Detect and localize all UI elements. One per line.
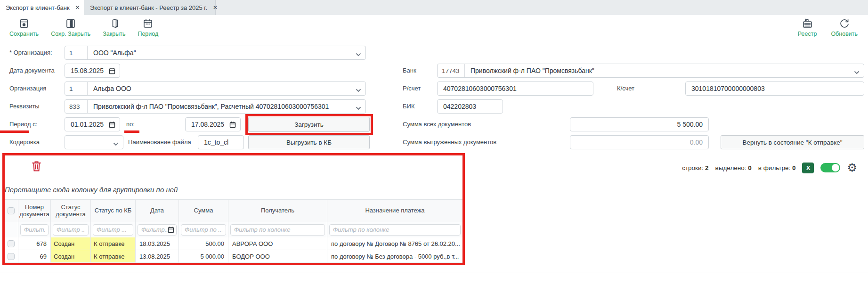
cell-sum: 500.00: [179, 237, 228, 250]
bank-combobox[interactable]: 17743 Приволжский ф-л ПАО "Промсвязьбанк…: [437, 64, 864, 78]
calendar-icon[interactable]: [109, 67, 115, 76]
cell-date: 13.08.2025: [136, 250, 179, 263]
save-button[interactable]: Сохранить: [9, 18, 39, 37]
calendar-icon[interactable]: [229, 121, 236, 130]
cell-sum: 5 000.00: [179, 250, 228, 263]
account-input[interactable]: 40702810603000756301: [437, 81, 593, 96]
sum-unloaded-label: Сумма выгруженных документов: [403, 135, 496, 149]
save-close-icon: [65, 18, 76, 29]
documents-table: Номер документа Статус документа Статус …: [4, 199, 462, 263]
tab-label: Экспорт в клиент-банк: [6, 4, 70, 11]
register-icon: [801, 18, 813, 29]
calendar-icon[interactable]: [168, 226, 174, 235]
column-header-sum[interactable]: Сумма: [179, 200, 228, 222]
encoding-select[interactable]: [65, 135, 123, 149]
corr-account-input[interactable]: 30101810700000000803: [685, 81, 864, 96]
grid-status-bar: строки: 2 выделено: 0 в фильтре: 0 X ⚙: [682, 162, 857, 173]
toggle-knob: [832, 164, 839, 171]
register-button[interactable]: Реестр: [798, 18, 817, 37]
filter-number-input[interactable]: [20, 224, 49, 236]
column-header-date[interactable]: Дата: [136, 200, 179, 222]
toolbar-right-group: Реестр Обновить: [798, 18, 858, 37]
cell-recipient: БОДОР ООО: [228, 250, 327, 263]
bik-input[interactable]: 042202803: [437, 99, 503, 114]
tab-export-client-bank[interactable]: Экспорт в клиент-банк ✕: [0, 0, 84, 15]
chevron-down-icon[interactable]: [356, 104, 361, 112]
sum-unloaded-input[interactable]: 0.00: [570, 135, 709, 149]
tab-export-register-2025[interactable]: Экспорт в клиент-банк - Реестр за 2025 г…: [84, 0, 216, 15]
org-combobox[interactable]: 1 ООО "Альфа": [65, 46, 366, 60]
org2-combobox[interactable]: 1 Альфа ООО: [65, 81, 366, 96]
sum-all-label: Сумма всех документов: [403, 117, 471, 131]
refresh-icon: [839, 18, 850, 29]
cell-kb-status: К отправке: [91, 237, 136, 250]
org2-value: Альфа ООО: [88, 85, 365, 92]
filter-sum-input[interactable]: [181, 224, 226, 236]
org2-label: Организация: [9, 81, 46, 96]
org-value: ООО "Альфа": [88, 49, 365, 57]
table-header-row: Номер документа Статус документа Статус …: [4, 200, 462, 222]
column-header-status[interactable]: Статус документа: [51, 200, 91, 222]
filtered-count: в фильтре: 0: [758, 164, 796, 171]
gear-icon[interactable]: ⚙: [847, 162, 857, 173]
account-label: Р/счет: [403, 81, 421, 96]
return-to-send-state-button[interactable]: Вернуть в состояние "К отправке": [721, 135, 864, 149]
period-to-input[interactable]: 17.08.2025: [185, 117, 241, 131]
register-label: Реестр: [798, 31, 817, 37]
chevron-down-icon[interactable]: [113, 140, 119, 147]
filename-label: Наименование файла: [128, 135, 191, 149]
delete-rows-button[interactable]: [31, 160, 42, 174]
select-all-checkbox[interactable]: [8, 207, 15, 214]
chevron-down-icon[interactable]: [356, 86, 361, 94]
filter-purpose-input[interactable]: [329, 224, 461, 236]
cell-date: 18.03.2025: [136, 237, 179, 250]
bik-label: БИК: [403, 99, 414, 114]
encoding-label: Кодировка: [9, 135, 40, 149]
tab-close-icon[interactable]: ✕: [213, 4, 218, 11]
toolbar: Сохранить Сохр. Закрыть Закрыть: [0, 15, 868, 41]
chevron-down-icon[interactable]: [356, 50, 361, 58]
save-close-button[interactable]: Сохр. Закрыть: [51, 18, 90, 37]
column-header-purpose[interactable]: Назначение платежа: [327, 200, 463, 222]
close-button[interactable]: Закрыть: [103, 18, 125, 37]
filter-cell-empty: [4, 222, 18, 237]
filter-toggle[interactable]: [820, 163, 840, 172]
tab-close-icon[interactable]: ✕: [75, 4, 80, 11]
period-from-input[interactable]: 01.01.2025: [65, 117, 120, 131]
period-button[interactable]: Период: [138, 18, 158, 37]
export-excel-icon[interactable]: X: [802, 163, 814, 173]
cell-purpose: по договору № Без договора - 5000 руб.,в…: [327, 250, 463, 263]
calendar-icon[interactable]: [109, 121, 115, 130]
row-select-cell: [4, 250, 18, 263]
filter-kb-status-input[interactable]: [93, 224, 133, 236]
filter-status-input[interactable]: [53, 224, 89, 236]
filename-value: 1c_to_cl: [198, 138, 243, 146]
cell-number: 678: [18, 237, 51, 250]
filter-recipient-input[interactable]: [230, 224, 325, 236]
row-checkbox[interactable]: [8, 253, 15, 260]
bank-code: 17743: [438, 64, 465, 77]
requisites-combobox[interactable]: 833 Приволжский ф-л ПАО "Промсвязьбанк",…: [65, 99, 366, 114]
column-header-kb-status[interactable]: Статус по КБ: [91, 200, 136, 222]
org-code: 1: [65, 46, 88, 59]
refresh-button[interactable]: Обновить: [831, 18, 858, 37]
table-row[interactable]: 69 Создан К отправке 13.08.2025 5 000.00…: [4, 250, 462, 263]
sum-all-input[interactable]: 5 500.00: [570, 117, 709, 131]
table-row[interactable]: 678 Создан К отправке 18.03.2025 500.00 …: [4, 237, 462, 250]
doc-date-label: Дата документа: [9, 64, 55, 78]
filename-input[interactable]: 1c_to_cl: [198, 135, 244, 149]
row-checkbox[interactable]: [8, 240, 15, 247]
save-label: Сохранить: [9, 31, 39, 37]
corr-account-label: К/счет: [617, 81, 634, 96]
doc-date-input[interactable]: 15.08.2025: [65, 64, 120, 78]
select-all-cell: [4, 200, 18, 222]
chevron-down-icon[interactable]: [854, 68, 860, 76]
upload-to-kb-button[interactable]: Выгрузить в КБ: [248, 135, 370, 149]
column-header-recipient[interactable]: Получатель: [228, 200, 327, 222]
bank-label: Банк: [403, 64, 416, 78]
requisites-value: Приволжский ф-л ПАО "Промсвязьбанк", Рас…: [88, 103, 365, 110]
load-button[interactable]: Загрузить: [248, 117, 370, 132]
cell-purpose: по договору № Договор № 8765 от 26.02.20…: [327, 237, 463, 250]
column-header-number[interactable]: Номер документа: [18, 200, 51, 222]
refresh-label: Обновить: [831, 31, 858, 37]
